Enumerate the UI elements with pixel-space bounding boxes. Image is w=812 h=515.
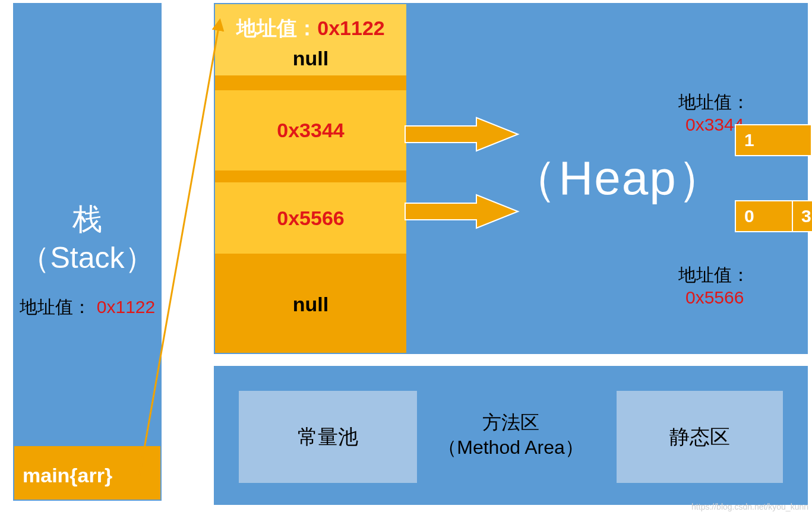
stack-main-label: main{arr} xyxy=(23,464,112,486)
heap-array-2: 0 30 0 0 xyxy=(735,200,812,232)
method-area-label: 方法区 （Method Area） xyxy=(438,410,583,460)
method-area-title-cn: 方法区 xyxy=(482,412,539,433)
stack-address: 地址值：0x1122 xyxy=(14,295,160,320)
heap-addr-2-value: 0x5566 xyxy=(685,287,744,307)
const-pool-box: 常量池 xyxy=(239,391,417,483)
heap-arr-slot-1: 0x3344 xyxy=(215,90,406,170)
method-area-title-en: （Method Area） xyxy=(438,437,583,458)
heap-arr-null-3: null xyxy=(215,266,406,353)
static-area-box: 静态区 xyxy=(617,391,783,483)
stack-addr-value: 0x1122 xyxy=(97,297,155,317)
array1-cell-0: 1 xyxy=(736,125,812,155)
heap-addr-2: 地址值：0x5566 xyxy=(678,263,807,308)
heap-arr-slot-2: 0x5566 xyxy=(215,182,406,254)
stack-title: 栈 （Stack） xyxy=(14,200,160,277)
heap-arr-addr-value: 0x1122 xyxy=(317,17,384,39)
watermark: https://blog.csdn.net/kyou_kunn xyxy=(691,502,808,511)
heap-array-1: 1 2 3 xyxy=(735,124,812,156)
heap-addr-2-label: 地址值： xyxy=(678,265,750,285)
stack-title-cn: 栈 xyxy=(72,203,102,236)
heap-arr-addr-label: 地址值： xyxy=(236,17,317,39)
heap-arr-null-0: null xyxy=(215,47,406,70)
stack-addr-label: 地址值： xyxy=(20,297,91,317)
array2-cell-1: 30 xyxy=(793,201,812,231)
stack-title-en: （Stack） xyxy=(20,241,154,274)
heap-arr-header: 地址值：0x1122 null xyxy=(215,4,406,75)
heap-panel: 地址值：0x1122 null 0x3344 0x5566 null （Heap… xyxy=(214,3,808,354)
heap-arr-block: 地址值：0x1122 null 0x3344 0x5566 null xyxy=(215,4,406,353)
array2-cell-0: 0 xyxy=(736,201,793,231)
method-area-panel: 常量池 方法区 （Method Area） 静态区 xyxy=(214,366,808,505)
stack-main-frame: main{arr} xyxy=(14,446,160,500)
heap-addr-1-label: 地址值： xyxy=(678,92,750,112)
stack-panel: 栈 （Stack） 地址值：0x1122 main{arr} xyxy=(13,3,162,501)
